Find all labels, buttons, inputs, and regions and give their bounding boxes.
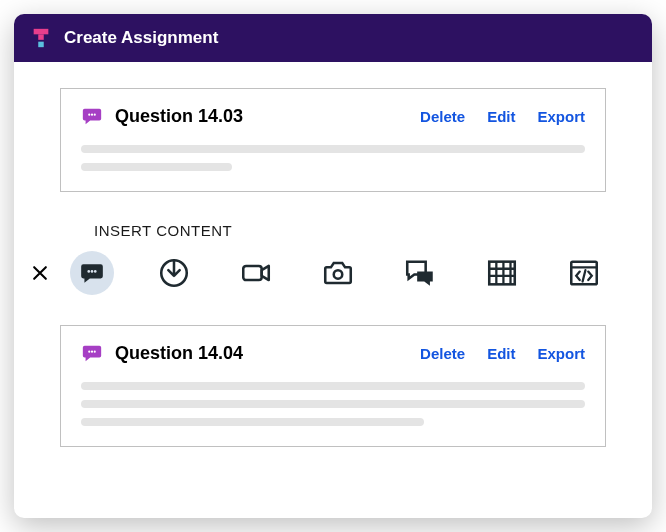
question-title: Question 14.03 — [115, 106, 408, 127]
svg-point-14 — [88, 351, 90, 353]
svg-point-4 — [91, 114, 93, 116]
chat-bubble-icon — [81, 342, 103, 364]
insert-camera-button[interactable] — [316, 251, 360, 295]
placeholder-bar — [81, 400, 585, 408]
page-title: Create Assignment — [64, 28, 218, 48]
placeholder-bar — [81, 418, 424, 426]
download-icon — [157, 256, 191, 290]
export-button[interactable]: Export — [537, 345, 585, 362]
app-window: Create Assignment Question 14.03 Delete … — [14, 14, 652, 518]
insert-code-button[interactable] — [562, 251, 606, 295]
app-logo-icon — [30, 27, 52, 49]
insert-content-label: INSERT CONTENT — [94, 222, 606, 239]
svg-point-11 — [334, 270, 343, 279]
svg-point-6 — [87, 270, 90, 273]
content-placeholder — [81, 145, 585, 171]
delete-button[interactable]: Delete — [420, 345, 465, 362]
svg-rect-1 — [38, 34, 44, 40]
table-icon — [485, 256, 519, 290]
question-card: Question 14.03 Delete Edit Export — [60, 88, 606, 192]
camera-icon — [321, 256, 355, 290]
svg-point-3 — [88, 114, 90, 116]
svg-point-16 — [94, 351, 96, 353]
question-title: Question 14.04 — [115, 343, 408, 364]
main-content: Question 14.03 Delete Edit Export INSERT… — [14, 62, 652, 475]
question-actions: Delete Edit Export — [420, 108, 585, 125]
svg-point-7 — [91, 270, 94, 273]
insert-content-row — [60, 251, 606, 295]
insert-toolbar — [70, 251, 606, 295]
insert-chat-button[interactable] — [70, 251, 114, 295]
placeholder-bar — [81, 145, 585, 153]
question-card-head: Question 14.03 Delete Edit Export — [81, 105, 585, 127]
code-icon — [567, 256, 601, 290]
placeholder-bar — [81, 382, 585, 390]
question-card: Question 14.04 Delete Edit Export — [60, 325, 606, 447]
discussion-icon — [403, 256, 437, 290]
video-icon — [239, 256, 273, 290]
close-icon[interactable] — [30, 263, 50, 283]
svg-point-5 — [94, 114, 96, 116]
svg-point-15 — [91, 351, 93, 353]
question-card-head: Question 14.04 Delete Edit Export — [81, 342, 585, 364]
edit-button[interactable]: Edit — [487, 345, 515, 362]
svg-point-8 — [94, 270, 97, 273]
insert-download-button[interactable] — [152, 251, 196, 295]
insert-table-button[interactable] — [480, 251, 524, 295]
edit-button[interactable]: Edit — [487, 108, 515, 125]
question-actions: Delete Edit Export — [420, 345, 585, 362]
placeholder-bar — [81, 163, 232, 171]
insert-discussion-button[interactable] — [398, 251, 442, 295]
chat-icon — [79, 260, 105, 286]
export-button[interactable]: Export — [537, 108, 585, 125]
chat-bubble-icon — [81, 105, 103, 127]
content-placeholder — [81, 382, 585, 426]
svg-rect-2 — [38, 42, 44, 47]
svg-rect-0 — [34, 29, 49, 34]
delete-button[interactable]: Delete — [420, 108, 465, 125]
svg-rect-10 — [243, 266, 261, 280]
titlebar: Create Assignment — [14, 14, 652, 62]
insert-video-button[interactable] — [234, 251, 278, 295]
